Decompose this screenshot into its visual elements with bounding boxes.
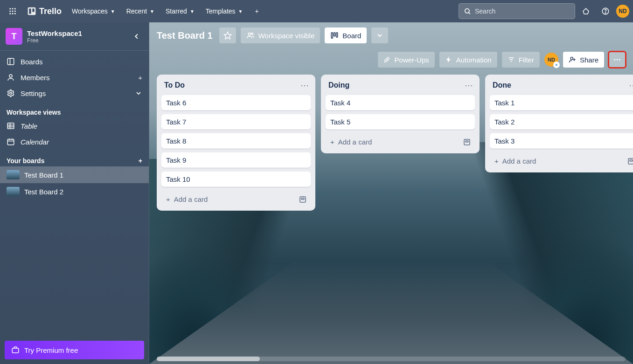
add-member-button[interactable]: +: [138, 74, 142, 82]
filter-button[interactable]: Filter: [502, 52, 540, 68]
svg-marker-29: [224, 32, 231, 39]
sidebar-board-item[interactable]: Test Board 2: [0, 183, 149, 200]
nav-workspaces[interactable]: Workspaces▼: [67, 4, 120, 19]
trello-logo-icon: [27, 7, 36, 16]
add-card-row: +Add a card: [490, 152, 633, 168]
card-template-button[interactable]: [625, 155, 633, 167]
help-icon: [601, 7, 610, 15]
svg-rect-34: [336, 33, 338, 37]
search-icon: [464, 7, 471, 15]
visibility-label: Workspace visible: [258, 32, 315, 40]
board-title[interactable]: Test Board 1: [157, 30, 215, 41]
card-template-button[interactable]: [297, 193, 309, 206]
sidebar-label: Calendar: [21, 138, 49, 146]
board-thumbnail: [7, 170, 20, 179]
list-title[interactable]: Done: [490, 80, 514, 90]
try-premium-button[interactable]: Try Premium free: [5, 341, 144, 359]
card[interactable]: Task 8: [161, 133, 311, 149]
filter-icon: [508, 56, 515, 63]
sidebar-item-members[interactable]: Members +: [0, 69, 149, 85]
board-member-avatar[interactable]: ND: [544, 53, 558, 67]
svg-point-41: [614, 59, 615, 61]
top-nav: Trello Workspaces▼ Recent▼ Starred▼ Temp…: [0, 0, 633, 22]
card[interactable]: Task 4: [326, 95, 475, 110]
add-card-button[interactable]: +Add a card: [163, 192, 293, 206]
chevron-down-icon: ▼: [190, 9, 195, 14]
create-button[interactable]: +: [250, 4, 264, 19]
logo-text: Trello: [39, 7, 62, 16]
list-menu-button[interactable]: ⋯: [627, 79, 633, 91]
share-button[interactable]: Share: [563, 52, 604, 68]
svg-point-5: [14, 11, 16, 12]
view-switcher-more-button[interactable]: [371, 27, 388, 43]
horizontal-scrollbar[interactable]: [157, 357, 626, 361]
sidebar-label: Boards: [21, 58, 43, 66]
svg-rect-24: [7, 139, 14, 145]
premium-bar: Try Premium free: [0, 336, 149, 364]
card[interactable]: Task 3: [490, 133, 633, 149]
list: To Do⋯Task 6Task 7Task 8Task 9Task 10+Ad…: [157, 75, 315, 211]
help-button[interactable]: [597, 4, 614, 19]
search-box[interactable]: [459, 3, 575, 19]
board-view-button[interactable]: Board: [325, 27, 367, 43]
notifications-button[interactable]: [577, 4, 595, 19]
star-board-button[interactable]: [219, 27, 236, 43]
svg-point-38: [570, 57, 573, 60]
svg-point-15: [605, 13, 606, 14]
add-card-button[interactable]: +Add a card: [492, 154, 621, 168]
sidebar-view-calendar[interactable]: Calendar: [0, 134, 149, 150]
boards-icon: [7, 57, 15, 66]
add-card-row: +Add a card: [326, 133, 475, 149]
list-header: Done⋯: [490, 79, 633, 91]
calendar-icon: [7, 137, 15, 146]
card-template-button[interactable]: [461, 136, 473, 148]
apps-menu-button[interactable]: [4, 4, 21, 19]
add-card-button[interactable]: +Add a card: [327, 135, 457, 149]
card[interactable]: Task 9: [161, 152, 311, 168]
sidebar-label: Settings: [21, 89, 46, 97]
sidebar-item-settings[interactable]: Settings: [0, 85, 149, 101]
automation-button[interactable]: Automation: [439, 52, 497, 68]
apps-grid-icon: [8, 7, 17, 15]
svg-point-43: [619, 59, 620, 61]
scrollbar-thumb[interactable]: [157, 357, 260, 361]
card[interactable]: Task 5: [326, 114, 475, 130]
trello-logo[interactable]: Trello: [23, 7, 65, 16]
board-area: Test Board 1 Workspace visible Board Pow…: [149, 22, 633, 364]
board-header: Test Board 1 Workspace visible Board: [149, 22, 633, 48]
sidebar-view-table[interactable]: Table: [0, 118, 149, 134]
nav-starred[interactable]: Starred▼: [161, 4, 199, 19]
sidebar-board-item[interactable]: Test Board 1: [0, 166, 149, 183]
visibility-button[interactable]: Workspace visible: [241, 27, 320, 43]
list-title[interactable]: To Do: [161, 80, 188, 90]
svg-point-4: [12, 11, 14, 12]
premium-label: Try Premium free: [24, 346, 78, 354]
svg-rect-10: [29, 8, 31, 14]
nav-templates[interactable]: Templates▼: [201, 4, 248, 19]
card[interactable]: Task 7: [161, 114, 311, 130]
sidebar-nav: Boards Members + Settings: [0, 51, 149, 101]
svg-rect-32: [332, 33, 333, 38]
board-menu-button[interactable]: [609, 52, 626, 68]
list-title[interactable]: Doing: [326, 80, 352, 90]
list-menu-button[interactable]: ⋯: [299, 79, 311, 91]
sidebar-item-boards[interactable]: Boards: [0, 54, 149, 69]
add-board-button[interactable]: +: [139, 157, 142, 165]
card[interactable]: Task 1: [490, 95, 633, 110]
svg-rect-16: [7, 58, 14, 65]
template-icon: [627, 157, 633, 165]
card[interactable]: Task 10: [161, 172, 311, 187]
user-avatar[interactable]: ND: [616, 5, 629, 18]
svg-point-42: [617, 59, 618, 61]
power-ups-button[interactable]: Power-Ups: [378, 52, 435, 68]
svg-line-13: [469, 13, 470, 14]
list-menu-button[interactable]: ⋯: [463, 79, 475, 91]
sidebar-collapse-button[interactable]: [130, 30, 143, 43]
search-input[interactable]: [475, 7, 570, 15]
card[interactable]: Task 2: [490, 114, 633, 130]
svg-point-12: [465, 9, 469, 13]
svg-point-0: [9, 8, 11, 9]
nav-recent[interactable]: Recent▼: [122, 4, 159, 19]
card[interactable]: Task 6: [161, 95, 311, 110]
svg-point-8: [14, 13, 16, 14]
